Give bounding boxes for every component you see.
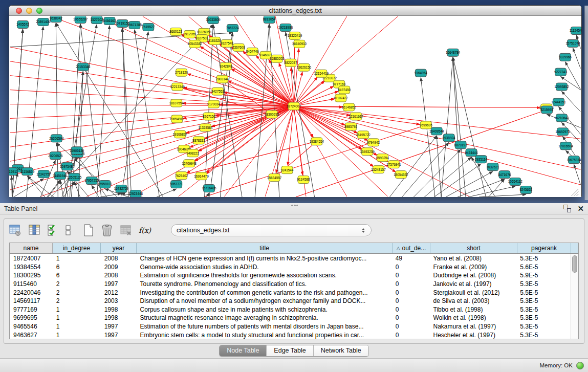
table-row[interactable]: 1872400712008Changes of HCN gene express…: [10, 254, 570, 263]
teal-node[interactable]: 9857771: [170, 181, 183, 188]
table-cell[interactable]: 0: [392, 306, 430, 313]
table-cell[interactable]: 0: [392, 264, 430, 271]
teal-node[interactable]: 11451946: [53, 172, 67, 180]
table-cell[interactable]: 1: [53, 332, 101, 339]
yellow-node[interactable]: 9170034: [207, 100, 220, 108]
table-cell[interactable]: 0: [392, 332, 430, 339]
table-cell[interactable]: 5.3E-5: [516, 314, 570, 321]
yellow-node[interactable]: 15495722: [356, 131, 371, 139]
yellow-node[interactable]: 13626156: [297, 63, 312, 71]
table-cell[interactable]: 1998: [101, 314, 137, 321]
table-vertical-scrollbar[interactable]: [571, 254, 578, 339]
table-cell[interactable]: 1: [53, 306, 101, 313]
table-cell[interactable]: 5.3E-5: [516, 332, 570, 339]
table-cell[interactable]: 2003: [101, 297, 137, 304]
scrollbar-thumb[interactable]: [572, 255, 577, 273]
teal-node[interactable]: 11156869: [20, 168, 35, 176]
yellow-node[interactable]: 8427552: [211, 87, 224, 95]
teal-node[interactable]: 16648784: [446, 49, 461, 56]
float-panel-icon[interactable]: [563, 205, 571, 212]
splitter-handle[interactable]: [291, 204, 298, 207]
table-cell[interactable]: Wolkin et al. (1998): [430, 314, 517, 321]
yellow-node[interactable]: 8822037: [285, 59, 297, 67]
network-window-titlebar[interactable]: citations_edges.txt: [9, 6, 581, 16]
table-cell[interactable]: Changes of HCN gene expression and I(f) …: [137, 255, 392, 262]
table-row[interactable]: 911546021997Tourette syndrome. Phenomeno…: [10, 280, 570, 289]
teal-node[interactable]: 10654112: [508, 178, 522, 186]
network-view-window[interactable]: citations_edges.txt 86601238912955182260…: [9, 5, 582, 197]
yellow-node[interactable]: 9794943: [367, 139, 380, 146]
teal-node[interactable]: 15751074: [565, 39, 580, 47]
table-cell[interactable]: Embryonic stem cells: a model to study s…: [137, 332, 392, 339]
yellow-node[interactable]: 2803144: [216, 75, 229, 83]
teal-node[interactable]: 16782759: [114, 185, 129, 193]
teal-node[interactable]: 12093852: [554, 83, 569, 91]
column-header-out_de[interactable]: △out_de...: [393, 243, 430, 253]
yellow-node[interactable]: 6497450: [338, 86, 351, 94]
table-row[interactable]: 1830029562008Estimation of significance …: [10, 271, 570, 280]
table-cell[interactable]: 0: [392, 323, 430, 330]
yellow-node[interactable]: 11353584: [199, 124, 213, 132]
table-cell[interactable]: 19384554: [10, 264, 53, 271]
teal-node[interactable]: 26206594: [49, 135, 64, 142]
yellow-node[interactable]: 16914479: [194, 172, 209, 180]
yellow-node[interactable]: 10107427: [334, 94, 349, 102]
teal-node[interactable]: 9329966: [559, 53, 572, 61]
yellow-node[interactable]: 8454749: [246, 48, 259, 55]
yellow-node[interactable]: 16640910: [292, 40, 307, 48]
table-mode-icon[interactable]: [9, 224, 21, 237]
row-selection-icon[interactable]: [47, 224, 58, 237]
teal-node[interactable]: 6466163: [103, 17, 116, 25]
table-cell[interactable]: Disruption of a novel member of a sodium…: [137, 297, 392, 304]
new-column-icon[interactable]: [83, 224, 94, 237]
table-cell[interactable]: 1997: [101, 280, 137, 288]
table-cell[interactable]: 0: [392, 297, 430, 304]
column-header-short[interactable]: short: [430, 243, 517, 253]
teal-node[interactable]: 16958107: [98, 181, 113, 188]
table-cell[interactable]: Estimation of significance thresholds fo…: [137, 272, 392, 279]
teal-node[interactable]: 19218986: [278, 24, 293, 31]
table-cell[interactable]: 2012: [101, 289, 137, 296]
column-header-name[interactable]: name: [10, 243, 53, 253]
table-cell[interactable]: 5.9E-5: [516, 272, 570, 279]
teal-node[interactable]: 20153346: [76, 63, 91, 71]
yellow-node[interactable]: 2718120: [175, 69, 188, 76]
teal-node[interactable]: 17016504: [558, 142, 573, 150]
teal-node[interactable]: 19671385: [127, 21, 142, 29]
table-cell[interactable]: Genome-wide association studies in ADHD.: [137, 264, 392, 271]
teal-node[interactable]: 8813054: [263, 16, 276, 23]
yellow-node[interactable]: 18054532: [394, 171, 408, 179]
column-header-year[interactable]: year: [101, 243, 137, 253]
yellow-node[interactable]: 9242848: [220, 62, 232, 70]
yellow-node[interactable]: 8267150: [203, 113, 215, 120]
yellow-node[interactable]: 9134588: [297, 176, 310, 184]
network-table-selector[interactable]: citations_edges.txt: [171, 224, 372, 236]
table-cell[interactable]: 9699695: [10, 314, 53, 321]
table-cell[interactable]: 18724007: [10, 255, 53, 262]
yellow-node[interactable]: 19384554: [310, 138, 324, 145]
yellow-node[interactable]: 9498222: [186, 149, 199, 157]
table-cell[interactable]: Tibbo et al. (1998): [430, 306, 517, 313]
table-cell[interactable]: 5.3E-5: [516, 280, 570, 288]
table-cell[interactable]: 2008: [101, 255, 137, 262]
teal-node[interactable]: 8215955: [540, 106, 553, 114]
teal-node[interactable]: 20891406: [36, 18, 51, 26]
table-cell[interactable]: 2: [53, 280, 101, 288]
table-cell[interactable]: Estimation of the future numbers of pati…: [137, 323, 392, 330]
table-cell[interactable]: Franke et al. (2009): [430, 264, 517, 271]
yellow-node[interactable]: 19166827: [172, 130, 187, 138]
table-cell[interactable]: 6: [53, 264, 101, 271]
table-cell[interactable]: Investigating the contribution of common…: [137, 289, 392, 296]
teal-node[interactable]: 15692971: [555, 128, 570, 136]
teal-node[interactable]: 8471676: [498, 171, 511, 179]
table-cell[interactable]: 2: [53, 297, 101, 304]
teal-node[interactable]: 16210643: [554, 114, 569, 122]
table-cell[interactable]: 9777169: [10, 306, 53, 313]
teal-node[interactable]: 9245652: [519, 186, 532, 194]
teal-node[interactable]: 1405572: [16, 20, 29, 28]
teal-node[interactable]: 1527602: [91, 16, 103, 24]
table-cell[interactable]: 0: [392, 272, 430, 279]
yellow-node[interactable]: 8660123: [169, 28, 182, 35]
function-builder-icon[interactable]: f(x): [139, 224, 151, 237]
table-cell[interactable]: 49: [392, 255, 430, 262]
